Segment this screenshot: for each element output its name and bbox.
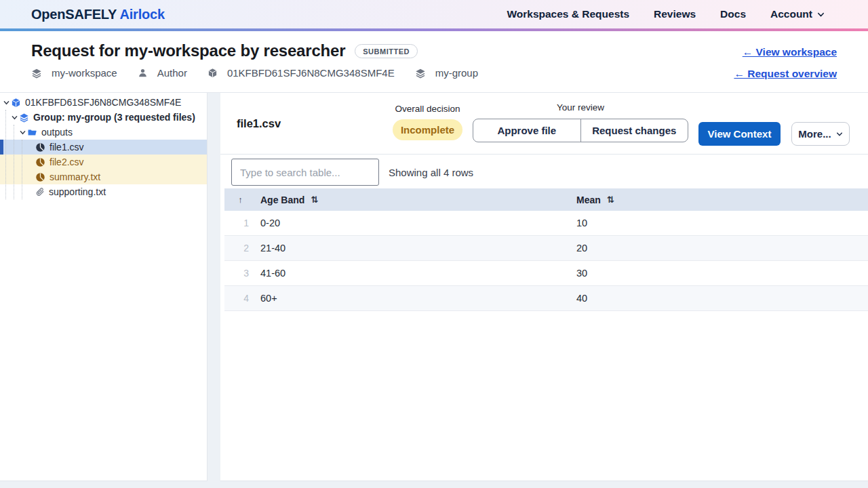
chevron-down-icon [817,11,825,18]
layers-icon [31,68,42,79]
tree-item-outputs-folder[interactable]: outputs [0,125,207,140]
column-header-label: Mean [576,195,601,205]
more-menu-label: More... [798,128,831,140]
cube-icon [11,98,21,108]
nav-account-menu[interactable]: Account [770,8,825,20]
meta-author-label: Author [157,67,187,79]
layers-icon [415,68,426,79]
tree-item-summary[interactable]: summary.txt [0,169,207,184]
nav-reviews[interactable]: Reviews [654,8,696,20]
request-changes-button[interactable]: Request changes [580,119,688,142]
status-badge: SUBMITTED [355,44,418,58]
tree-item-group[interactable]: Group: my-group (3 requested files) [0,110,207,125]
your-review-block: Your review Approve file Request changes [473,102,688,142]
rows-summary: Showing all 4 rows [389,155,473,190]
tree-item-label: file2.csv [50,157,84,167]
content-area: 01KFBFD61SFJ6N8CMG348SMF4E Group: my-gro… [0,93,868,488]
cell-mean: 40 [572,293,868,304]
file-toolbar: file1.csv Overall decision Incomplete Yo… [220,93,868,155]
pie-chart-file-icon [35,172,45,182]
header-links: ← View workspace ← Request overview [734,46,837,80]
column-header-age-band[interactable]: Age Band ⇅ [256,195,572,205]
tree-item-supporting[interactable]: supporting.txt [0,184,207,199]
row-index-header[interactable]: ↑ [224,195,256,205]
folder-icon [27,127,37,138]
tree-item-file1[interactable]: file1.csv [0,140,207,155]
top-nav: Workspaces & Requests Reviews Docs Accou… [507,8,825,20]
pie-chart-file-icon [35,157,45,167]
table-row: 3 41-60 30 [224,261,868,286]
cell-mean: 10 [572,218,868,228]
file-tree-sidebar: 01KFBFD61SFJ6N8CMG348SMF4E Group: my-gro… [0,93,208,481]
meta-request-id-label: 01KFBFD61SFJ6N8CMG348SMF4E [227,67,395,79]
request-overview-link[interactable]: ← Request overview [734,68,837,80]
meta-group-label: my-group [435,67,478,79]
logo-secondary: Airlock [119,7,164,22]
table-header-row: ↑ Age Band ⇅ Mean ⇅ [224,188,868,211]
row-index: 3 [224,268,256,279]
page-title: Request for my-workspace by researcher [31,41,345,60]
nav-workspaces-requests[interactable]: Workspaces & Requests [507,8,629,20]
cell-mean: 20 [572,243,868,253]
search-input[interactable] [231,159,379,186]
table-controls: Showing all 4 rows [220,155,868,188]
row-index: 4 [224,293,256,304]
meta-workspace-label: my-workspace [52,67,117,79]
approve-file-button[interactable]: Approve file [473,119,580,142]
cell-age-band: 60+ [256,293,572,304]
column-header-mean[interactable]: Mean ⇅ [572,195,868,205]
tree-item-file2[interactable]: file2.csv [0,155,207,169]
row-index: 2 [224,243,256,253]
column-header-label: Age Band [260,195,304,205]
airlock-app: OpenSAFELY Airlock Workspaces & Requests… [0,0,868,488]
tree-item-label: summary.txt [50,171,100,182]
cube-icon [208,68,218,78]
overall-decision-block: Overall decision Incomplete [393,104,462,140]
cell-age-band: 21-40 [256,243,572,253]
file-view-panel: file1.csv Overall decision Incomplete Yo… [220,93,868,481]
tree-item-label: Group: my-group (3 requested files) [33,112,195,123]
chevron-down-icon[interactable] [9,115,19,121]
request-meta: my-workspace Author 01KFBFD61SFJ6N8CMG34… [31,67,837,79]
more-menu-button[interactable]: More... [791,122,850,146]
paperclip-icon [35,187,45,197]
decision-badge: Incomplete [393,119,462,140]
meta-author: Author [138,67,187,79]
chevron-down-icon [836,131,843,138]
chevron-down-icon[interactable] [18,129,27,136]
view-context-button[interactable]: View Context [698,122,781,146]
review-button-group: Approve file Request changes [473,119,688,142]
cell-age-band: 41-60 [256,268,572,279]
user-icon [138,68,148,78]
top-bar: OpenSAFELY Airlock Workspaces & Requests… [0,0,868,28]
meta-request-id: 01KFBFD61SFJ6N8CMG348SMF4E [208,67,395,79]
tree-item-label: outputs [41,127,73,138]
meta-workspace: my-workspace [31,67,117,79]
cell-mean: 30 [572,268,868,279]
row-index: 1 [224,218,256,228]
file-tree: 01KFBFD61SFJ6N8CMG348SMF4E Group: my-gro… [0,93,207,199]
table-row: 2 21-40 20 [224,236,868,261]
cell-age-band: 0-20 [256,218,572,228]
chevron-down-icon[interactable] [1,100,11,106]
sort-ascending-icon: ↑ [238,195,243,205]
pie-chart-file-icon [35,142,45,152]
layers-icon [19,113,29,123]
sort-icon: ⇅ [607,195,614,205]
tree-item-label: file1.csv [50,142,84,152]
overall-decision-label: Overall decision [393,104,462,114]
table-row: 4 60+ 40 [224,286,868,311]
logo[interactable]: OpenSAFELY Airlock [31,7,165,22]
logo-primary: OpenSAFELY [31,7,117,22]
request-header: Request for my-workspace by researcher S… [0,31,868,93]
your-review-label: Your review [473,102,688,113]
sort-icon: ⇅ [311,195,318,205]
tree-item-label: 01KFBFD61SFJ6N8CMG348SMF4E [25,97,181,108]
table-row: 1 0-20 10 [224,211,868,236]
nav-account-label: Account [770,8,812,20]
nav-docs[interactable]: Docs [720,8,746,20]
tree-item-label: supporting.txt [49,186,106,197]
view-workspace-link[interactable]: ← View workspace [743,46,837,58]
data-table: ↑ Age Band ⇅ Mean ⇅ 1 0-20 10 [224,188,868,311]
tree-item-request-root[interactable]: 01KFBFD61SFJ6N8CMG348SMF4E [0,95,207,110]
